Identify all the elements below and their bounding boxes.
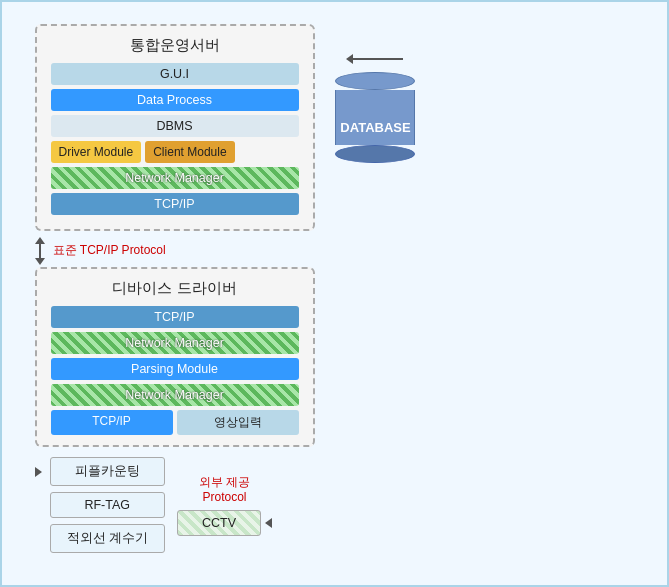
left-arrow-group [35, 467, 42, 477]
device-rf-tag: RF-TAG [50, 492, 165, 518]
db-top [335, 72, 415, 90]
left-devices: 피플카운팅 RF-TAG 적외선 계수기 [50, 457, 165, 553]
device-title: 디바이스 드라이버 [51, 279, 299, 298]
db-body: DATABASE [335, 90, 415, 145]
layer-video-input: 영상입력 [177, 410, 299, 435]
arrow-right-devices [35, 467, 42, 477]
right-external: 외부 제공Protocol CCTV [177, 475, 272, 536]
db-arrow-row [346, 54, 403, 64]
layer-dbms: DBMS [51, 115, 299, 137]
server-title: 통합운영서버 [51, 36, 299, 55]
arrow-to-dataprocess [346, 54, 353, 64]
protocol-text: 표준 TCP/IP Protocol [53, 242, 166, 259]
layer-driver-module: Driver Module [51, 141, 142, 163]
cctv-row: CCTV [177, 510, 272, 536]
layer-tcpip-d: TCP/IP [51, 306, 299, 328]
layer-network-manager-1: Network Manager [51, 167, 299, 189]
layer-parsing-module: Parsing Module [51, 358, 299, 380]
layer-network-manager-d2: Network Manager [51, 384, 299, 406]
layer-modules-row: Driver Module Client Module [51, 141, 299, 163]
bottom-section: 피플카운팅 RF-TAG 적외선 계수기 외부 제공Protocol CCTV [35, 457, 315, 553]
db-label: DATABASE [336, 120, 416, 135]
arrow-line-db [353, 58, 403, 60]
arrow-v-line [39, 244, 41, 258]
layer-dataprocess: Data Process [51, 89, 299, 111]
layer-tcpip-video-row: TCP/IP 영상입력 [51, 410, 299, 435]
layer-network-manager-d1: Network Manager [51, 332, 299, 354]
external-label: 외부 제공Protocol [199, 475, 250, 506]
db-bottom [335, 145, 415, 163]
layer-tcpip-1: TCP/IP [51, 193, 299, 215]
layer-client-module: Client Module [145, 141, 234, 163]
layer-gui: G.U.I [51, 63, 299, 85]
database-cylinder: DATABASE [335, 72, 415, 163]
server-box: 통합운영서버 G.U.I Data Process DBMS Driver Mo… [35, 24, 315, 231]
arrowhead-up [35, 237, 45, 244]
database-column: DATABASE [335, 54, 415, 163]
left-column: 통합운영서버 G.U.I Data Process DBMS Driver Mo… [35, 24, 315, 553]
protocol-label: 표준 TCP/IP Protocol [35, 237, 315, 265]
bidirectional-arrow [35, 237, 45, 265]
cctv-box: CCTV [177, 510, 261, 536]
top-row: 통합운영서버 G.U.I Data Process DBMS Driver Mo… [35, 24, 635, 553]
main-container: 통합운영서버 G.U.I Data Process DBMS Driver Mo… [25, 14, 645, 574]
device-ir-counter: 적외선 계수기 [50, 524, 165, 553]
device-box: 디바이스 드라이버 TCP/IP Network Manager Parsing… [35, 267, 315, 447]
arrowhead-down [35, 258, 45, 265]
layer-tcpip-small: TCP/IP [51, 410, 173, 435]
cctv-arrow [265, 518, 272, 528]
external-label-text: 외부 제공Protocol [199, 475, 250, 505]
device-people-counting: 피플카운팅 [50, 457, 165, 486]
